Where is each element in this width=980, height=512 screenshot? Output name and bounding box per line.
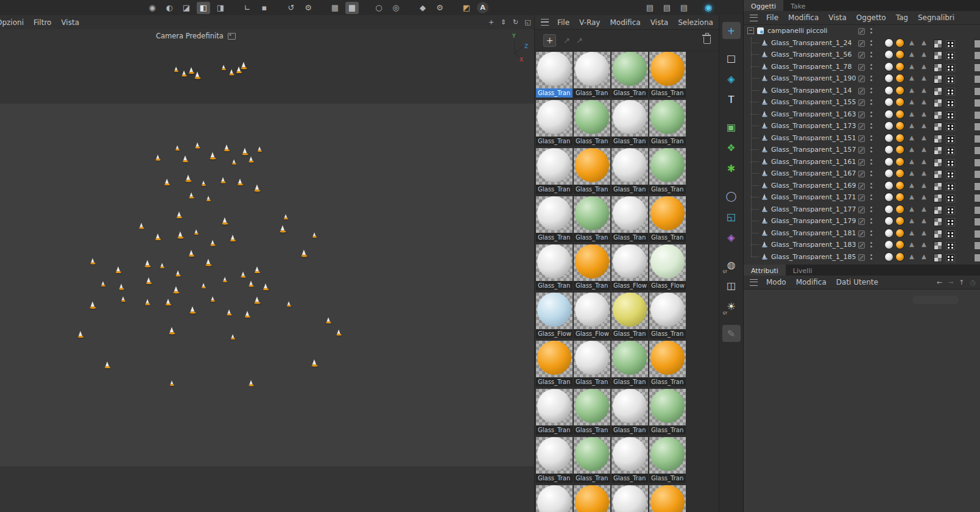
bell-object[interactable] [145, 299, 150, 306]
bell-object[interactable] [211, 296, 215, 302]
generator-icon[interactable]: ✱ [722, 160, 741, 177]
material-tile[interactable]: Glass_Tran [612, 436, 648, 483]
bell-object[interactable] [241, 272, 245, 279]
texture-tag-orange-icon[interactable] [896, 63, 904, 71]
smoothing-tag-icon[interactable]: ▲ [922, 111, 926, 117]
uvw-tag-icon[interactable] [934, 111, 942, 119]
uvw-tag-icon[interactable] [934, 170, 942, 179]
bell-object[interactable] [206, 196, 211, 202]
bell-object[interactable] [145, 260, 151, 268]
material-tile[interactable]: Glass_Tran [612, 147, 648, 194]
tree-row[interactable]: Glass_Transparent_1_78▲▲ [744, 61, 980, 73]
texture-tag-white-icon[interactable] [885, 229, 893, 237]
camera-icon[interactable]: ◫ [722, 277, 741, 294]
smoothing-tag-icon[interactable]: ▲ [922, 158, 926, 165]
film-tag-icon[interactable] [946, 254, 955, 262]
bell-object[interactable] [231, 334, 235, 340]
texture-tag-orange-icon[interactable] [896, 87, 904, 94]
object-menu-oggetto[interactable]: Oggetto [851, 13, 891, 22]
clipped-tag-icon[interactable] [974, 111, 980, 119]
attributes-menu-dati-utente[interactable]: Dati Utente [831, 278, 883, 286]
vray-live-icon[interactable]: ◉ [702, 1, 715, 13]
subdivide-icon[interactable]: ▣ [722, 118, 741, 135]
clipped-tag-icon[interactable] [974, 230, 980, 238]
uvw-tag-icon[interactable] [934, 194, 942, 202]
bell-object[interactable] [186, 174, 192, 182]
deformer-icon[interactable]: ◱ [722, 208, 741, 225]
viewport-canvas[interactable]: Camera Predefinita Y Z X [0, 29, 534, 512]
viewport-menu-opzioni[interactable]: Opzioni [0, 18, 29, 27]
bell-object[interactable] [160, 263, 164, 269]
texture-tag-orange-icon[interactable] [896, 241, 904, 249]
material-tile[interactable]: Glass_Tran [536, 340, 573, 386]
film-tag-icon[interactable] [946, 207, 955, 215]
layout-screen-2-icon[interactable]: ▤ [660, 1, 674, 13]
import-arrow-icon[interactable]: ↗ [563, 36, 570, 45]
film-tag-icon[interactable] [946, 230, 955, 238]
material-tile[interactable]: Glass_Tran [574, 195, 610, 242]
menu-icon[interactable] [541, 19, 549, 26]
visibility-dots-icon[interactable] [870, 194, 872, 196]
clipped-tag-icon[interactable] [974, 135, 980, 143]
visibility-dots-icon[interactable] [870, 230, 872, 232]
uvw-tag-icon[interactable] [934, 51, 942, 60]
clipped-tag-icon[interactable] [974, 51, 980, 60]
bell-object[interactable] [249, 281, 253, 288]
texture-tag-white-icon[interactable] [885, 146, 893, 154]
phong-tag-icon[interactable]: ▲ [909, 241, 914, 247]
visibility-dots-icon[interactable] [870, 123, 872, 125]
material-tile[interactable]: Glass_Tran [536, 147, 573, 194]
bell-object[interactable] [229, 69, 234, 76]
material-tile[interactable]: Glass_Tran [612, 195, 648, 242]
texture-tag-white-icon[interactable] [885, 98, 893, 106]
object-menu-tag[interactable]: Tag [891, 13, 913, 22]
bell-object[interactable] [245, 311, 250, 318]
bell-object[interactable] [227, 310, 231, 316]
clipped-tag-icon[interactable] [974, 123, 980, 131]
phong-tag-icon[interactable]: ▲ [909, 146, 914, 152]
tree-row-parent[interactable]: −campanelli piccoli [744, 25, 980, 37]
texture-tag-white-icon[interactable] [885, 205, 893, 213]
edit-toggle-icon[interactable] [858, 194, 865, 201]
texture-tag-orange-icon[interactable] [896, 229, 904, 237]
texture-tag-white-icon[interactable] [885, 193, 893, 201]
material-tile[interactable]: Glass_Tran [649, 195, 686, 242]
material-menu-seleziona[interactable]: Seleziona [673, 18, 718, 27]
material-tile[interactable]: Glass_Tran [536, 243, 573, 290]
visibility-dots-icon[interactable] [870, 147, 872, 149]
visibility-dots-icon[interactable] [870, 112, 872, 113]
smoothing-tag-icon[interactable]: ▲ [922, 75, 926, 81]
tree-row[interactable]: Glass_Transparent_1_161▲▲ [744, 156, 980, 168]
visibility-dots-icon[interactable] [870, 254, 872, 256]
bell-object[interactable] [101, 281, 105, 287]
bell-object[interactable] [195, 143, 200, 149]
cube-tool-icon[interactable]: ◧ [197, 2, 210, 14]
phong-tag-icon[interactable]: ▲ [909, 194, 914, 200]
text-spline-icon[interactable]: T [722, 91, 741, 108]
material-tile[interactable]: Glass_Tran [649, 99, 686, 146]
phong-tag-icon[interactable]: ▲ [909, 158, 914, 165]
tab-oggetti[interactable]: Oggetti [744, 0, 783, 11]
visibility-dots-icon[interactable] [870, 171, 872, 172]
cube-object-icon[interactable]: ◈ [722, 70, 741, 87]
phong-tag-icon[interactable]: ▲ [909, 182, 914, 188]
edit-toggle-icon[interactable] [858, 76, 865, 82]
phong-tag-icon[interactable]: ▲ [909, 75, 914, 81]
bell-object[interactable] [280, 225, 286, 233]
bell-object[interactable] [202, 180, 206, 187]
texture-tag-white-icon[interactable] [885, 87, 893, 94]
phong-tag-icon[interactable]: ▲ [909, 111, 914, 117]
bell-object[interactable] [182, 71, 186, 77]
smoothing-tag-icon[interactable]: ▲ [922, 146, 926, 152]
visibility-dots-icon[interactable] [870, 159, 872, 161]
bell-object[interactable] [155, 155, 160, 162]
material-tile[interactable]: Glass_Flow [649, 243, 686, 290]
clipped-tag-icon[interactable] [974, 206, 980, 215]
selection-frame-icon[interactable]: □ [722, 49, 741, 66]
film-tag-icon[interactable] [946, 194, 955, 202]
texture-tag-orange-icon[interactable] [896, 205, 904, 213]
a-engine-icon[interactable]: A [477, 2, 488, 13]
camera-label-icon[interactable] [228, 33, 236, 40]
clipped-tag-icon[interactable] [974, 146, 980, 155]
bell-object[interactable] [224, 144, 230, 152]
